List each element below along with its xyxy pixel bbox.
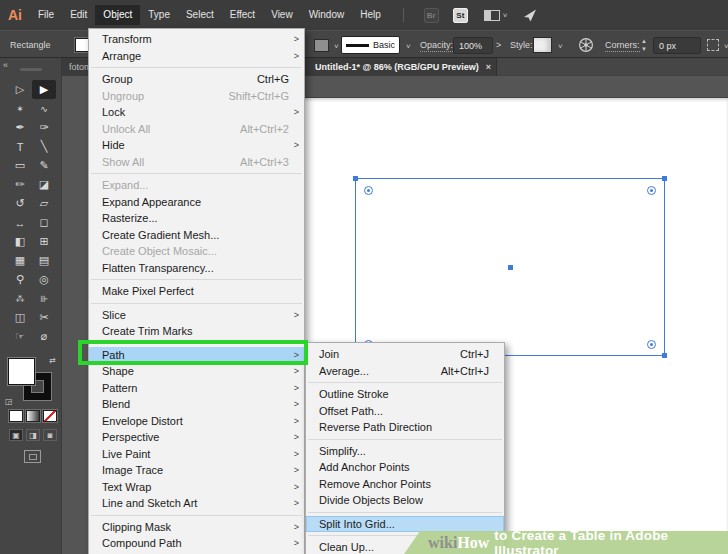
menu-item-slice[interactable]: Slice>: [89, 307, 304, 324]
corners-label[interactable]: Corners:: [605, 40, 640, 52]
menu-item-make-pixel-perfect[interactable]: Make Pixel Perfect: [89, 283, 304, 300]
lasso-tool[interactable]: ∿: [32, 99, 56, 118]
opacity-expand-icon[interactable]: >: [496, 40, 501, 50]
bridge-icon[interactable]: Br: [424, 8, 439, 23]
submenu-item-average[interactable]: Average...Alt+Ctrl+J: [306, 363, 504, 380]
menu-item-lock[interactable]: Lock>: [89, 104, 304, 121]
blend-tool[interactable]: ◎: [32, 270, 56, 289]
mesh-tool[interactable]: ▦: [8, 251, 32, 270]
hand-tool[interactable]: ☞: [8, 327, 32, 346]
submenu-item-split-into-grid[interactable]: Split Into Grid...: [306, 516, 504, 533]
screen-mode-button[interactable]: [24, 450, 41, 463]
menu-item-perspective[interactable]: Perspective>: [89, 429, 304, 446]
anchor-point[interactable]: [662, 176, 667, 181]
menu-item-hide[interactable]: Hide>: [89, 137, 304, 154]
menu-item-compound-path[interactable]: Compound Path>: [89, 535, 304, 552]
gradient-tool[interactable]: ▤: [32, 251, 56, 270]
menu-file[interactable]: File: [30, 5, 62, 25]
draw-behind-button[interactable]: ◨: [26, 429, 40, 441]
perspective-grid-tool[interactable]: ⊞: [32, 232, 56, 251]
none-button[interactable]: [43, 410, 57, 422]
menu-item-create-gradient-mesh[interactable]: Create Gradient Mesh...: [89, 227, 304, 244]
menu-item-blend[interactable]: Blend>: [89, 396, 304, 413]
swap-fill-stroke-icon[interactable]: ⇄: [49, 356, 56, 365]
bounding-box-options-icon[interactable]: [707, 39, 719, 51]
step-up-icon[interactable]: ▲: [641, 37, 647, 45]
artboard-tool[interactable]: ◫: [8, 308, 32, 327]
eyedropper-tool[interactable]: ⚲: [8, 270, 32, 289]
corner-widget[interactable]: [364, 186, 373, 195]
submenu-item-simplify[interactable]: Simplify...: [306, 443, 504, 460]
slice-tool[interactable]: ✂: [32, 308, 56, 327]
panel-grip-handle[interactable]: [20, 68, 42, 71]
zoom-tool[interactable]: ⌀: [32, 327, 56, 346]
selection-tool[interactable]: ▶: [32, 80, 56, 99]
menu-item-expand-appearance[interactable]: Expand Appearance: [89, 194, 304, 211]
stroke-color-swatch[interactable]: [314, 39, 329, 52]
menu-item-envelope-distort[interactable]: Envelope Distort>: [89, 413, 304, 430]
shaper-tool[interactable]: ✏: [8, 175, 32, 194]
magic-wand-tool[interactable]: ✶: [8, 99, 32, 118]
submenu-item-reverse-path-direction[interactable]: Reverse Path Direction: [306, 419, 504, 436]
corners-value-field[interactable]: 0 px: [653, 37, 701, 54]
menu-window[interactable]: Window: [301, 5, 353, 25]
menu-item-shape[interactable]: Shape>: [89, 363, 304, 380]
corner-widget[interactable]: [647, 186, 656, 195]
submenu-item-remove-anchor-points[interactable]: Remove Anchor Points: [306, 476, 504, 493]
menu-item-arrange[interactable]: Arrange>: [89, 48, 304, 65]
menu-help[interactable]: Help: [352, 5, 389, 25]
submenu-item-offset-path[interactable]: Offset Path...: [306, 403, 504, 420]
chevron-down-icon[interactable]: ˅: [558, 42, 563, 51]
menu-item-image-trace[interactable]: Image Trace>: [89, 462, 304, 479]
menu-item-text-wrap[interactable]: Text Wrap>: [89, 479, 304, 496]
step-down-icon[interactable]: ▼: [641, 45, 647, 53]
menu-effect[interactable]: Effect: [222, 5, 263, 25]
recolor-artwork-icon[interactable]: [578, 37, 594, 57]
draw-normal-button[interactable]: ▣: [9, 429, 23, 441]
anchor-point[interactable]: [353, 176, 358, 181]
chevron-down-icon[interactable]: ˅: [334, 42, 339, 51]
type-tool[interactable]: T: [8, 137, 32, 156]
direct-selection-tool[interactable]: ▷: [8, 80, 32, 99]
opacity-label[interactable]: Opacity:: [420, 40, 453, 52]
width-tool[interactable]: ↔: [8, 213, 32, 232]
fill-indicator[interactable]: [8, 358, 35, 385]
scale-tool[interactable]: ▱: [32, 194, 56, 213]
column-graph-tool[interactable]: ⊪: [32, 289, 56, 308]
symbol-sprayer-tool[interactable]: ⁂: [8, 289, 32, 308]
chevron-down-icon[interactable]: ˅: [724, 42, 728, 51]
menu-item-group[interactable]: GroupCtrl+G: [89, 71, 304, 88]
anchor-point[interactable]: [662, 353, 667, 358]
menu-item-live-paint[interactable]: Live Paint>: [89, 446, 304, 463]
chevron-down-icon[interactable]: ˅: [503, 11, 508, 20]
menu-type[interactable]: Type: [140, 5, 178, 25]
menu-item-flatten-transparency[interactable]: Flatten Transparency...: [89, 260, 304, 277]
menu-edit[interactable]: Edit: [62, 5, 95, 25]
curvature-tool[interactable]: ✑: [32, 118, 56, 137]
menu-item-line-and-sketch-art[interactable]: Line and Sketch Art>: [89, 495, 304, 512]
menu-view[interactable]: View: [263, 5, 301, 25]
stroke-style-select[interactable]: Basic: [341, 36, 400, 54]
collapse-panel-icon[interactable]: «: [3, 60, 8, 70]
graphic-style-swatch[interactable]: [533, 37, 552, 53]
rectangle-tool[interactable]: ▭: [8, 156, 32, 175]
menu-item-clipping-mask[interactable]: Clipping Mask>: [89, 519, 304, 536]
selected-rectangle[interactable]: [355, 178, 665, 356]
submenu-item-outline-stroke[interactable]: Outline Stroke: [306, 386, 504, 403]
menu-item-rasterize[interactable]: Rasterize...: [89, 210, 304, 227]
menu-select[interactable]: Select: [178, 5, 222, 25]
menu-item-create-trim-marks[interactable]: Create Trim Marks: [89, 323, 304, 340]
rotate-tool[interactable]: ↺: [8, 194, 32, 213]
share-rocket-icon[interactable]: [523, 8, 538, 23]
paintbrush-tool[interactable]: ✎: [32, 156, 56, 175]
eraser-tool[interactable]: ◪: [32, 175, 56, 194]
gradient-button[interactable]: [26, 410, 40, 422]
chevron-down-icon[interactable]: ˅: [406, 42, 411, 51]
line-segment-tool[interactable]: ╲: [32, 137, 56, 156]
color-button[interactable]: [9, 410, 23, 422]
active-document-tab[interactable]: Untitled-1* @ 86% (RGB/GPU Preview) ×: [305, 58, 497, 76]
close-tab-icon[interactable]: ×: [479, 58, 498, 76]
draw-inside-button[interactable]: ◙: [43, 429, 57, 441]
menu-item-transform[interactable]: Transform>: [89, 31, 304, 48]
shape-builder-tool[interactable]: ◧: [8, 232, 32, 251]
